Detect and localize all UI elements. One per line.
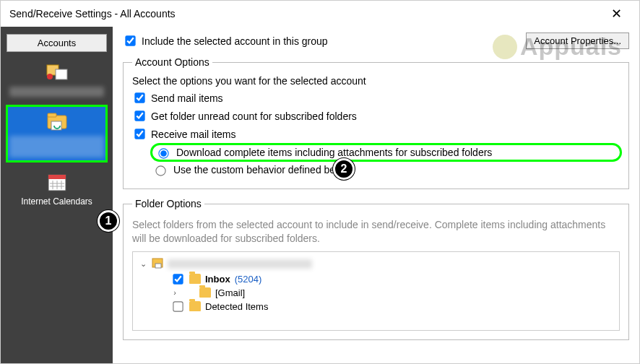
tree-root[interactable]: ⌄: [139, 256, 613, 272]
sidebar-item-label: Internet Calendars: [21, 196, 92, 207]
sidebar-account-2-label: [9, 136, 104, 157]
svg-rect-7: [48, 175, 66, 179]
folder-icon: [199, 287, 211, 298]
chevron-down-icon[interactable]: ⌄: [139, 259, 147, 269]
chevron-right-icon[interactable]: ›: [170, 288, 179, 297]
account-icon: [46, 61, 69, 84]
send-mail-checkbox[interactable]: [134, 92, 144, 103]
folder-options-group: Folder Options Select folders from the s…: [123, 198, 629, 340]
close-icon[interactable]: ✕: [602, 6, 631, 22]
custom-behavior-radio[interactable]: [155, 165, 165, 176]
tree-inbox[interactable]: Inbox (5204): [139, 272, 613, 287]
include-account-checkbox[interactable]: Include the selected account in this gro…: [123, 34, 328, 48]
download-complete-label: Download complete items including attach…: [176, 147, 492, 158]
annotation-badge-1: 1: [98, 210, 119, 232]
annotation-badge-2: 2: [333, 158, 355, 180]
include-account-label: Include the selected account in this gro…: [142, 35, 328, 47]
folder-tree[interactable]: ⌄ Inbox (5204) › [Gmail]: [132, 251, 620, 331]
detected-label: Detected Items: [205, 301, 268, 312]
sidebar-header: Accounts: [7, 34, 107, 52]
get-unread-label: Get folder unread count for subscribed f…: [151, 110, 357, 122]
inbox-label: Inbox: [205, 274, 230, 285]
download-complete-radio-row[interactable]: Download complete items including attach…: [152, 145, 620, 160]
receive-mail-label: Receive mail items: [151, 129, 235, 140]
send-mail-label: Send mail items: [151, 92, 223, 104]
inbox-checkbox[interactable]: [173, 274, 183, 284]
accounts-sidebar: Accounts Internet Calendars: [1, 27, 113, 363]
folder-sync-icon: [46, 110, 69, 133]
inbox-count: (5204): [235, 274, 262, 285]
gmail-label: [Gmail]: [215, 287, 245, 298]
tree-gmail[interactable]: › [Gmail]: [139, 287, 613, 299]
custom-behavior-radio-row[interactable]: Use the custom behavior defined below: [152, 164, 620, 176]
account-options-group: Account Options Select the options you w…: [123, 56, 629, 189]
download-complete-radio[interactable]: [158, 148, 168, 158]
receive-mail-checkbox[interactable]: [134, 129, 144, 139]
folder-icon: [189, 274, 201, 284]
folder-options-legend: Folder Options: [132, 198, 204, 209]
sidebar-internet-calendars[interactable]: Internet Calendars: [7, 166, 107, 211]
custom-behavior-label: Use the custom behavior defined below: [173, 164, 350, 176]
svg-rect-1: [56, 69, 67, 79]
svg-point-2: [47, 74, 53, 79]
svg-rect-4: [48, 113, 56, 117]
datafile-icon: [152, 257, 163, 271]
svg-rect-14: [155, 264, 161, 268]
account-options-legend: Account Options: [132, 56, 212, 68]
account-properties-button[interactable]: Account Properties...: [526, 32, 629, 49]
sidebar-account-1-label: [9, 87, 104, 97]
account-options-hint: Select the options you want for the sele…: [132, 75, 620, 87]
sidebar-account-1[interactable]: [7, 56, 107, 101]
get-unread-checkbox[interactable]: [134, 110, 144, 121]
folder-options-hint: Select folders from the selected account…: [132, 218, 620, 246]
sidebar-account-2[interactable]: [7, 105, 107, 162]
folder-icon: [189, 301, 201, 311]
calendar-icon: [46, 170, 69, 194]
detected-checkbox[interactable]: [173, 301, 183, 311]
tree-root-label: [168, 259, 312, 269]
window-title: Send/Receive Settings - All Accounts: [9, 8, 602, 20]
tree-detected[interactable]: Detected Items: [139, 299, 613, 314]
